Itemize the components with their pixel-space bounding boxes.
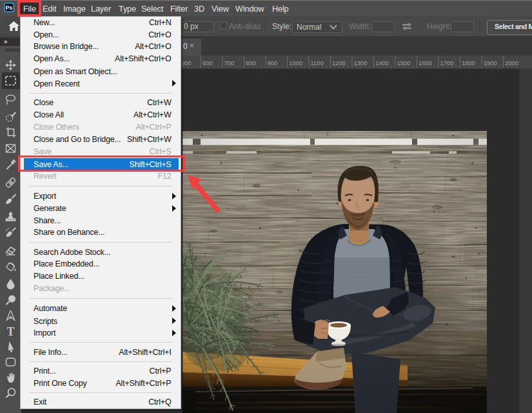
svg-text:Ps: Ps xyxy=(6,5,13,11)
svg-text:700: 700 xyxy=(224,59,235,66)
svg-text:900: 900 xyxy=(268,59,278,66)
svg-text:T: T xyxy=(6,325,14,338)
svg-text:800: 800 xyxy=(246,59,256,66)
svg-text:600: 600 xyxy=(202,59,213,66)
